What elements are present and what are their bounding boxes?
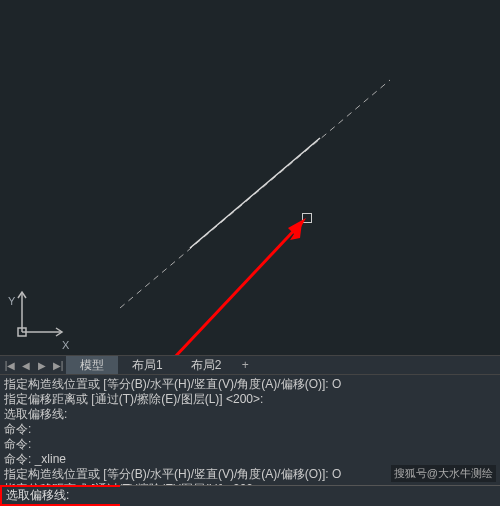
tab-layout2[interactable]: 布局2: [177, 356, 236, 374]
drawing-canvas[interactable]: Y X: [0, 0, 500, 355]
history-line: 命令:: [4, 437, 496, 452]
layout-tab-bar: |◀ ◀ ▶ ▶| 模型 布局1 布局2 +: [0, 355, 500, 375]
ucs-y-label: Y: [8, 295, 15, 307]
tab-model[interactable]: 模型: [66, 356, 118, 374]
pick-cursor: [302, 213, 312, 223]
history-line: 命令:: [4, 422, 496, 437]
history-line: 选取偏移线:: [4, 407, 496, 422]
svg-line-1: [190, 138, 320, 248]
nav-next-icon[interactable]: ▶: [34, 356, 50, 374]
watermark: 搜狐号@大水牛测绘: [391, 465, 496, 482]
command-prompt[interactable]: 选取偏移线:: [0, 485, 120, 506]
svg-line-0: [120, 80, 390, 308]
drawing-content: [0, 0, 500, 355]
svg-marker-3: [290, 222, 302, 240]
history-line: 指定偏移距离或 [通过(T)/擦除(E)/图层(L)] <200>:: [4, 392, 496, 407]
nav-last-icon[interactable]: ▶|: [50, 356, 66, 374]
tab-layout1[interactable]: 布局1: [118, 356, 177, 374]
nav-first-icon[interactable]: |◀: [2, 356, 18, 374]
ucs-x-label: X: [62, 339, 69, 351]
command-prompt-text: 选取偏移线:: [6, 487, 69, 504]
command-input[interactable]: [120, 485, 500, 506]
history-line: 指定构造线位置或 [等分(B)/水平(H)/竖直(V)/角度(A)/偏移(O)]…: [4, 377, 496, 392]
ucs-icon: [10, 284, 70, 347]
nav-prev-icon[interactable]: ◀: [18, 356, 34, 374]
add-layout-button[interactable]: +: [235, 358, 255, 372]
